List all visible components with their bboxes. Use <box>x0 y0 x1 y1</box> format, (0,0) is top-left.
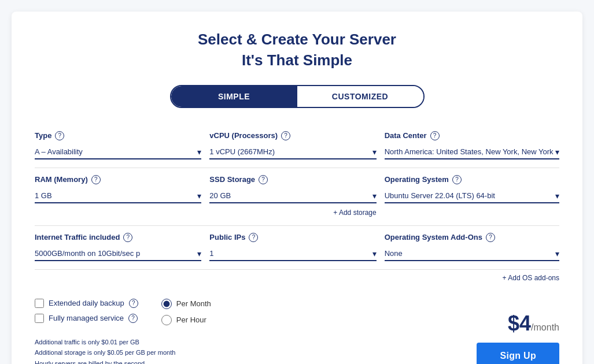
public-ips-label: Public IPs <box>209 233 245 242</box>
public-ips-select[interactable]: 1 2 3 4 <box>209 247 376 261</box>
ram-select-wrapper: 1 GB 2 GB 4 GB <box>35 189 201 203</box>
os-addons-select[interactable]: None cPanel Plesk <box>385 247 559 261</box>
type-help-icon[interactable]: ? <box>55 131 64 140</box>
add-os-addons-link[interactable]: + Add OS add-ons <box>503 270 559 282</box>
os-group: Operating System ? Ubuntu Server 22.04 (… <box>385 168 559 226</box>
form-grid: Type ? A – Availability B – Burstable D … <box>35 124 559 287</box>
os-addons-label: Operating System Add-Ons <box>385 233 482 242</box>
backup-label[interactable]: Extended daily backup <box>49 299 124 307</box>
managed-checkbox[interactable] <box>35 314 44 323</box>
per-hour-row: Per Hour <box>161 315 211 325</box>
price-amount: $4 <box>508 311 531 335</box>
public-ips-help-icon[interactable]: ? <box>249 233 258 242</box>
customized-tab[interactable]: CUSTOMIZED <box>297 86 423 107</box>
main-container: Select & Create Your Server It's That Si… <box>12 12 582 364</box>
ram-group: RAM (Memory) ? 1 GB 2 GB 4 GB <box>35 168 209 226</box>
per-hour-radio[interactable] <box>161 315 172 325</box>
os-addons-group: Operating System Add-Ons ? None cPanel P… <box>385 226 559 270</box>
footnotes: Additional traffic is only $0.01 per GB … <box>35 337 211 364</box>
datacenter-select[interactable]: North America: United States, New York, … <box>385 145 559 159</box>
os-addons-select-wrapper: None cPanel Plesk <box>385 247 559 261</box>
backup-checkbox-row: Extended daily backup ? <box>35 299 138 308</box>
type-group: Type ? A – Availability B – Burstable D … <box>35 124 209 168</box>
ssd-select[interactable]: 20 GB 40 GB 80 GB <box>209 189 376 203</box>
signup-button[interactable]: Sign Up <box>477 343 559 364</box>
datacenter-group: Data Center ? North America: United Stat… <box>385 124 559 168</box>
internet-label: Internet Traffic included <box>35 233 120 242</box>
ssd-help-icon[interactable]: ? <box>259 175 268 184</box>
managed-checkbox-row: Fully managed service ? <box>35 314 138 323</box>
datacenter-label: Data Center <box>385 131 427 140</box>
backup-checkbox[interactable] <box>35 299 44 308</box>
page-header: Select & Create Your Server It's That Si… <box>35 29 559 71</box>
toggle-container: SIMPLE CUSTOMIZED <box>35 85 559 108</box>
vcpu-label: vCPU (Processors) <box>209 131 278 140</box>
plan-toggle[interactable]: SIMPLE CUSTOMIZED <box>170 85 425 108</box>
ssd-label: SSD Storage <box>209 175 255 184</box>
os-label: Operating System <box>385 175 449 184</box>
os-select[interactable]: Ubuntu Server 22.04 (LTS) 64-bit CentOS … <box>385 189 559 203</box>
type-select-wrapper: A – Availability B – Burstable D – Dedic… <box>35 145 201 159</box>
ram-help-icon[interactable]: ? <box>91 175 101 184</box>
managed-label[interactable]: Fully managed service <box>49 314 124 322</box>
public-ips-select-wrapper: 1 2 3 4 <box>209 247 376 261</box>
price-display: $4/month <box>508 311 559 336</box>
os-select-wrapper: Ubuntu Server 22.04 (LTS) 64-bit CentOS … <box>385 189 559 203</box>
public-ips-group: Public IPs ? 1 2 3 4 <box>209 226 384 270</box>
type-select[interactable]: A – Availability B – Burstable D – Dedic… <box>35 145 201 159</box>
bottom-section: Extended daily backup ? Fully managed se… <box>35 287 559 364</box>
footnote-1: Additional traffic is only $0.01 per GB <box>35 337 211 348</box>
simple-tab[interactable]: SIMPLE <box>171 86 297 107</box>
vcpu-select-wrapper: 1 vCPU (2667MHz) 2 vCPU 4 vCPU <box>209 145 376 159</box>
internet-select[interactable]: 5000GB/month on 10Gbit/sec p 10000GB/mon… <box>35 247 201 261</box>
ssd-select-wrapper: 20 GB 40 GB 80 GB <box>209 189 376 203</box>
os-addons-help-icon[interactable]: ? <box>486 233 495 242</box>
price-period: /month <box>531 322 559 332</box>
vcpu-select[interactable]: 1 vCPU (2667MHz) 2 vCPU 4 vCPU <box>209 145 376 159</box>
left-bottom: Extended daily backup ? Fully managed se… <box>35 287 211 364</box>
page-title: Select & Create Your Server It's That Si… <box>35 29 559 71</box>
ram-label: RAM (Memory) <box>35 175 88 184</box>
ssd-group: SSD Storage ? 20 GB 40 GB 80 GB + Add st… <box>209 168 384 226</box>
vcpu-group: vCPU (Processors) ? 1 vCPU (2667MHz) 2 v… <box>209 124 384 168</box>
add-storage-link[interactable]: + Add storage <box>333 205 376 217</box>
footnote-2: Additional storage is only $0.05 per GB … <box>35 347 211 358</box>
backup-help-icon[interactable]: ? <box>129 299 138 308</box>
internet-group: Internet Traffic included ? 5000GB/month… <box>35 226 209 270</box>
pricing-section: $4/month Sign Up <box>477 311 559 364</box>
billing-radio-group: Per Month Per Hour <box>161 299 211 325</box>
per-month-radio[interactable] <box>161 299 172 309</box>
checkboxes-group: Extended daily backup ? Fully managed se… <box>35 299 138 323</box>
internet-help-icon[interactable]: ? <box>123 233 132 242</box>
managed-help-icon[interactable]: ? <box>128 314 138 323</box>
vcpu-help-icon[interactable]: ? <box>281 131 290 140</box>
datacenter-help-icon[interactable]: ? <box>430 131 440 140</box>
ram-select[interactable]: 1 GB 2 GB 4 GB <box>35 189 201 203</box>
os-addons-link-row: + Add OS add-ons <box>35 270 559 287</box>
per-month-row: Per Month <box>161 299 211 309</box>
datacenter-select-wrapper: North America: United States, New York, … <box>385 145 559 159</box>
per-hour-label[interactable]: Per Hour <box>176 315 206 324</box>
type-label: Type <box>35 131 51 140</box>
internet-select-wrapper: 5000GB/month on 10Gbit/sec p 10000GB/mon… <box>35 247 201 261</box>
options-section: Extended daily backup ? Fully managed se… <box>35 287 211 331</box>
os-help-icon[interactable]: ? <box>452 175 462 184</box>
per-month-label[interactable]: Per Month <box>176 299 211 308</box>
footnote-3: Hourly servers are billed by the second <box>35 358 211 364</box>
